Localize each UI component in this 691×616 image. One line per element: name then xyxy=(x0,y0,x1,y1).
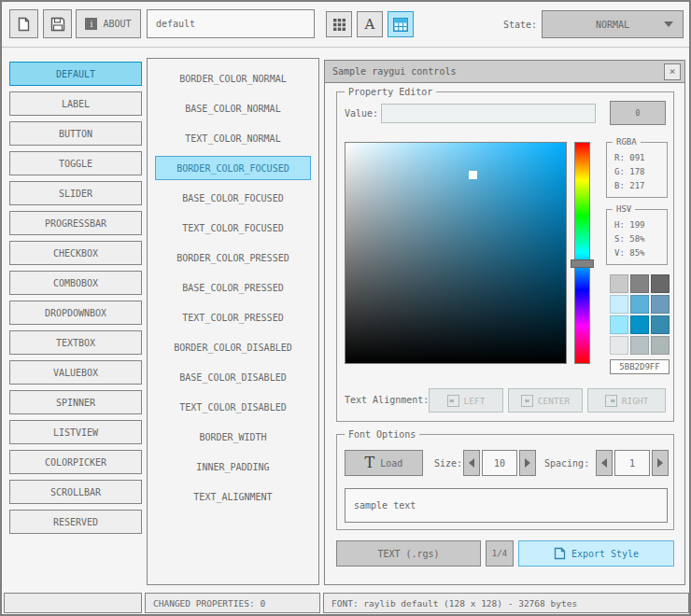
property-list-item[interactable]: BASE_COLOR_DISABLED xyxy=(155,365,311,389)
align-right-label: RIGHT xyxy=(622,396,649,406)
font-edit-button[interactable]: A xyxy=(357,11,383,37)
control-list: DEFAULT LABEL BUTTON TOGGLE SLIDER PROGR… xyxy=(9,62,142,534)
control-list-item[interactable]: TEXTBOX xyxy=(9,330,142,355)
hue-bar[interactable] xyxy=(574,142,590,364)
about-button-label: ABOUT xyxy=(103,19,131,29)
control-list-item[interactable]: RESERVED xyxy=(9,510,142,534)
palette-cell[interactable] xyxy=(630,336,649,355)
grid-view-button[interactable] xyxy=(326,11,352,37)
size-decrement-button[interactable] xyxy=(463,450,480,476)
hue-handle[interactable] xyxy=(571,259,594,268)
palette-cell[interactable] xyxy=(630,295,649,314)
export-style-button[interactable]: Export Style xyxy=(518,540,674,567)
value-button[interactable]: 0 xyxy=(610,101,666,125)
palette-cell[interactable] xyxy=(610,315,628,334)
new-file-button[interactable] xyxy=(9,9,38,38)
chevron-down-icon xyxy=(664,21,673,27)
control-list-item[interactable]: DEFAULT xyxy=(9,62,142,86)
style-table-button[interactable] xyxy=(388,11,414,37)
save-file-button[interactable] xyxy=(43,9,72,38)
size-spinner: 10 xyxy=(463,450,536,476)
palette-cell[interactable] xyxy=(610,274,628,293)
property-list-item[interactable]: TEXT_COLOR_FOCUSED xyxy=(155,216,311,240)
align-right-button[interactable]: RIGHT xyxy=(587,388,666,413)
load-font-label: Load xyxy=(380,458,402,469)
spacing-label: Spacing: xyxy=(544,458,589,469)
state-dropdown[interactable]: NORMAL xyxy=(542,10,684,38)
palette-cell[interactable] xyxy=(610,295,628,314)
property-list-item[interactable]: BASE_COLOR_NORMAL xyxy=(155,96,311,120)
state-label: State: xyxy=(473,20,537,30)
color-marker[interactable] xyxy=(469,171,477,179)
info-icon: i xyxy=(85,18,97,30)
arrow-left-icon xyxy=(601,458,607,468)
palette-cell[interactable] xyxy=(651,336,670,355)
align-left-label: LEFT xyxy=(464,396,486,406)
control-list-item[interactable]: TOGGLE xyxy=(9,151,142,175)
rgba-panel: RGBA R: 091 G: 178 B: 217 xyxy=(606,142,668,198)
grid-icon xyxy=(332,18,346,32)
close-icon: × xyxy=(670,65,676,77)
property-list-item[interactable]: TEXT_COLOR_DISABLED xyxy=(155,395,311,419)
control-list-item[interactable]: SPINNER xyxy=(9,390,142,414)
property-list-item[interactable]: BASE_COLOR_FOCUSED xyxy=(155,186,311,210)
property-editor-group: Property Editor Value: 0 RGBA R: 091 G: … xyxy=(336,91,674,422)
color-palette-grid xyxy=(610,274,670,355)
value-input[interactable] xyxy=(381,104,596,123)
status-changed-properties: CHANGED PROPERTIES: 0 xyxy=(145,593,320,613)
property-list-item[interactable]: TEXT_ALIGNMENT xyxy=(155,484,311,509)
palette-cell[interactable] xyxy=(651,315,670,334)
page-indicator-button[interactable]: 1/4 xyxy=(486,540,514,567)
property-list-item[interactable]: BORDER_COLOR_PRESSED xyxy=(155,245,311,270)
control-list-item[interactable]: DROPDOWNBOX xyxy=(9,301,142,325)
property-list-item[interactable]: BORDER_WIDTH xyxy=(155,425,311,449)
property-list-item[interactable]: INNER_PADDING xyxy=(155,455,311,479)
palette-cell[interactable] xyxy=(651,295,670,314)
font-load-icon: T xyxy=(365,455,375,470)
close-button[interactable]: × xyxy=(664,63,681,80)
control-list-item[interactable]: LABEL xyxy=(9,91,142,116)
control-list-item[interactable]: BUTTON xyxy=(9,121,142,146)
align-left-button[interactable]: LEFT xyxy=(429,388,503,413)
toolbar-divider xyxy=(2,47,689,48)
align-center-button[interactable]: CENTER xyxy=(508,388,583,413)
arrow-left-icon xyxy=(469,458,474,468)
spacing-increment-button[interactable] xyxy=(652,450,669,476)
size-value-box[interactable]: 10 xyxy=(482,450,517,476)
property-list-item[interactable]: BASE_COLOR_PRESSED xyxy=(155,275,311,300)
window-titlebar[interactable]: Sample raygui controls × xyxy=(325,61,684,83)
spacing-value-box[interactable]: 1 xyxy=(614,450,650,476)
sample-text: sample text xyxy=(354,500,416,511)
rguistyler-app: i ABOUT A State: NORMAL DEFAULT LABEL BU… xyxy=(0,0,691,616)
palette-cell[interactable] xyxy=(630,274,649,293)
style-name-input[interactable] xyxy=(147,9,315,38)
control-list-item[interactable]: LISTVIEW xyxy=(9,420,142,444)
property-list-item[interactable]: BORDER_COLOR_FOCUSED xyxy=(155,156,311,180)
property-editor-group-title: Property Editor xyxy=(345,86,436,98)
control-list-item[interactable]: COMBOBOX xyxy=(9,271,142,295)
control-list-item[interactable]: SLIDER xyxy=(9,181,142,205)
align-center-label: CENTER xyxy=(538,396,570,406)
control-list-item[interactable]: CHECKBOX xyxy=(9,241,142,265)
palette-cell[interactable] xyxy=(610,336,628,355)
property-list-item[interactable]: TEXT_COLOR_NORMAL xyxy=(155,126,311,150)
sample-window: Sample raygui controls × Property Editor… xyxy=(324,60,685,585)
control-list-item[interactable]: SCROLLBAR xyxy=(9,480,142,504)
about-button[interactable]: i ABOUT xyxy=(76,9,141,38)
palette-cell[interactable] xyxy=(651,274,670,293)
property-list-item[interactable]: BORDER_COLOR_NORMAL xyxy=(155,66,311,91)
saturation-value-area[interactable] xyxy=(345,142,567,364)
spacing-decrement-button[interactable] xyxy=(596,450,613,476)
control-list-item[interactable]: PROGRESSBAR xyxy=(9,211,142,235)
control-list-item[interactable]: VALUEBOX xyxy=(9,360,142,385)
palette-cell[interactable] xyxy=(630,315,649,334)
control-list-item[interactable]: COLORPICKER xyxy=(9,450,142,474)
hex-value-box[interactable]: 5BB2D9FF xyxy=(610,359,670,374)
property-list-item[interactable]: TEXT_COLOR_PRESSED xyxy=(155,305,311,329)
export-format-button[interactable]: TEXT (.rgs) xyxy=(336,540,481,567)
status-left xyxy=(4,593,142,613)
load-font-button[interactable]: T Load xyxy=(345,450,423,476)
sample-text-box[interactable]: sample text xyxy=(345,488,668,523)
property-list-item[interactable]: BORDER_COLOR_DISABLED xyxy=(155,335,311,359)
size-increment-button[interactable] xyxy=(519,450,536,476)
